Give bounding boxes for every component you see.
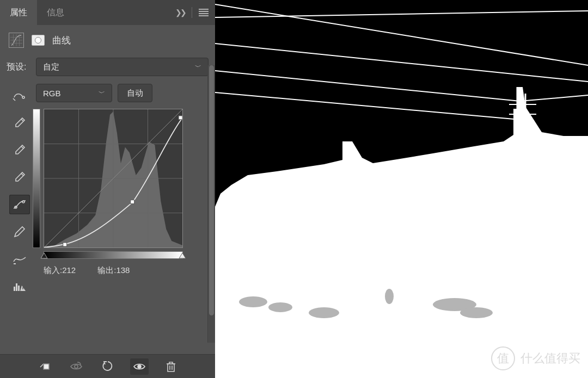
- chevron-down-icon: ﹀: [195, 63, 201, 72]
- svg-point-25: [138, 365, 141, 368]
- input-label: 输入:: [44, 265, 62, 275]
- pencil-icon[interactable]: [9, 222, 30, 241]
- layer-mask-icon[interactable]: [32, 35, 45, 46]
- svg-point-8: [22, 201, 24, 203]
- tab-info[interactable]: 信息: [37, 0, 74, 25]
- panel-tabs: 属性 信息 ❯❯: [0, 0, 215, 25]
- panel-menu-icon[interactable]: [199, 9, 209, 16]
- curves-graph[interactable]: [44, 109, 183, 248]
- target-adjust-icon[interactable]: [9, 86, 30, 106]
- svg-rect-26: [168, 364, 174, 371]
- histogram-warning-icon[interactable]: [9, 276, 30, 296]
- trash-icon[interactable]: [162, 358, 180, 375]
- curves-graph-area: [33, 109, 209, 248]
- preset-select[interactable]: 自定 ﹀: [36, 58, 209, 76]
- input-gradient[interactable]: [44, 251, 183, 259]
- view-previous-icon: [67, 358, 85, 375]
- curve-point-icon[interactable]: [9, 195, 30, 214]
- svg-rect-9: [14, 287, 15, 291]
- panel-scrollbar[interactable]: [207, 65, 215, 343]
- document-canvas[interactable]: 值 什么值得买: [215, 0, 588, 378]
- chevron-down-icon: ﹀: [99, 89, 105, 98]
- white-point-slider[interactable]: [179, 252, 186, 259]
- svg-rect-20: [63, 243, 67, 246]
- svg-point-46: [460, 307, 493, 318]
- svg-point-41: [239, 296, 267, 307]
- svg-rect-23: [44, 364, 49, 369]
- divider: [192, 7, 192, 18]
- input-value[interactable]: 212: [62, 265, 76, 275]
- preset-label: 预设:: [7, 61, 30, 73]
- curves-icon: [9, 33, 24, 48]
- properties-panel: 属性 信息 ❯❯ 曲线 预设: 自定 ﹀: [0, 0, 215, 378]
- smooth-icon[interactable]: [9, 249, 30, 269]
- svg-point-42: [268, 302, 292, 312]
- svg-rect-22: [179, 116, 182, 120]
- reset-icon[interactable]: [99, 358, 117, 375]
- visibility-icon[interactable]: [130, 358, 149, 375]
- scrollbar-thumb[interactable]: [209, 65, 214, 315]
- input-output-readout: 输入:212 输出:138: [33, 259, 209, 276]
- tab-properties[interactable]: 属性: [0, 0, 37, 25]
- svg-point-24: [75, 365, 78, 368]
- adjustment-title: 曲线: [52, 34, 71, 47]
- svg-rect-10: [16, 283, 17, 291]
- clip-to-layer-icon[interactable]: [35, 358, 54, 375]
- adjustment-header: 曲线: [0, 25, 215, 58]
- panel-footer: [0, 354, 215, 378]
- svg-rect-11: [18, 286, 20, 291]
- output-gradient: [33, 109, 40, 248]
- svg-point-6: [22, 96, 24, 98]
- collapse-icon[interactable]: ❯❯: [175, 8, 185, 17]
- svg-point-43: [309, 307, 339, 318]
- channel-select[interactable]: RGB ﹀: [36, 84, 112, 102]
- svg-rect-21: [131, 200, 134, 204]
- mask-preview: [215, 0, 588, 378]
- curves-tool-column: [7, 84, 33, 354]
- auto-button[interactable]: 自动: [118, 84, 152, 102]
- eyedropper-white-icon[interactable]: [9, 168, 30, 187]
- preset-value: 自定: [43, 62, 59, 72]
- output-value[interactable]: 138: [116, 265, 130, 275]
- eyedropper-gray-icon[interactable]: [9, 140, 30, 160]
- eyedropper-black-icon[interactable]: [9, 113, 30, 133]
- svg-point-44: [385, 289, 394, 304]
- output-label: 输出:: [97, 265, 116, 275]
- channel-value: RGB: [43, 89, 61, 98]
- black-point-slider[interactable]: [40, 252, 48, 259]
